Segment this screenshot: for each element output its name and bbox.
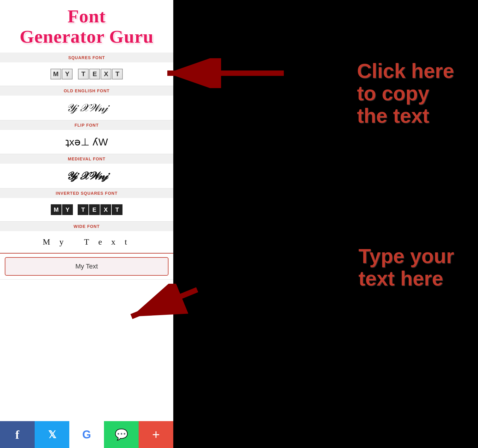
- inv-sq-char: T: [78, 204, 88, 215]
- old-english-text: 𝒴𝒿 𝒳𝒲𝓃𝒿: [66, 102, 108, 114]
- input-area: [0, 253, 173, 280]
- medieval-font-display[interactable]: 𝒴𝒿 𝒳𝒲𝓃𝒿: [0, 164, 173, 188]
- old-english-font-section: OLD ENGLISH FONT 𝒴𝒿 𝒳𝒲𝓃𝒿: [0, 86, 173, 120]
- flip-font-section: FLIP FONT ʇxǝ⊥ ʎW: [0, 120, 173, 154]
- flip-text: ʇxǝ⊥ ʎW: [65, 136, 108, 148]
- medieval-font-label: MEDIEVAL FONT: [0, 154, 173, 164]
- google-button[interactable]: G: [69, 421, 104, 448]
- old-english-font-label: OLD ENGLISH FONT: [0, 86, 173, 96]
- inverted-squares-font-section: INVERTED SQUARES FONT MYTEXT: [0, 188, 173, 222]
- whatsapp-icon: 💬: [115, 428, 128, 441]
- sq-char: X: [101, 69, 111, 79]
- type-here-text: Type yourtext here: [358, 245, 454, 290]
- squares-font-section: SQUARES FONT MYTEXT: [0, 53, 173, 86]
- click-here-annotation: Click hereto copythe text: [357, 60, 454, 127]
- inv-sq-char: X: [100, 204, 111, 215]
- text-input[interactable]: [5, 257, 168, 276]
- wide-font-display[interactable]: M y T e x t: [0, 231, 173, 253]
- more-icon: +: [152, 427, 160, 442]
- type-here-annotation: Type yourtext here: [358, 245, 454, 290]
- sq-char: T: [112, 69, 123, 79]
- google-icon: G: [82, 428, 91, 441]
- inv-sq-char: M: [51, 204, 62, 215]
- old-english-font-display[interactable]: 𝒴𝒿 𝒳𝒲𝓃𝒿: [0, 96, 173, 120]
- whatsapp-button[interactable]: 💬: [104, 421, 139, 448]
- type-here-arrow: [125, 284, 203, 323]
- inverted-squares-font-display[interactable]: MYTEXT: [0, 198, 173, 221]
- svg-line-3: [131, 290, 197, 317]
- logo-area: Font Generator Guru: [0, 0, 173, 53]
- squares-font-display[interactable]: MYTEXT: [0, 62, 173, 86]
- social-bar: f 𝕏 G 💬 +: [0, 421, 173, 448]
- wide-font-section: WIDE FONT M y T e x t: [0, 222, 173, 253]
- inv-sq-char: E: [89, 204, 100, 215]
- sq-char: M: [50, 69, 61, 79]
- app-logo: Font Generator Guru: [6, 6, 167, 47]
- flip-font-label: FLIP FONT: [0, 120, 173, 130]
- inverted-squares-font-label: INVERTED SQUARES FONT: [0, 188, 173, 198]
- squares-font-label: SQUARES FONT: [0, 53, 173, 62]
- twitter-button[interactable]: 𝕏: [35, 421, 69, 448]
- facebook-button[interactable]: f: [0, 421, 35, 448]
- more-button[interactable]: +: [139, 421, 173, 448]
- wide-text: M y T e x t: [43, 237, 131, 247]
- sq-char: Y: [62, 69, 73, 79]
- facebook-icon: f: [15, 428, 19, 442]
- medieval-text: 𝒴𝒿 𝒳𝒲𝓃𝒿: [66, 170, 108, 182]
- click-here-arrow: [161, 58, 287, 88]
- inv-sq-char: Y: [62, 204, 73, 215]
- medieval-font-section: MEDIEVAL FONT 𝒴𝒿 𝒳𝒲𝓃𝒿: [0, 154, 173, 188]
- click-here-text: Click hereto copythe text: [357, 59, 454, 127]
- twitter-icon: 𝕏: [48, 429, 56, 441]
- flip-font-display[interactable]: ʇxǝ⊥ ʎW: [0, 130, 173, 154]
- sq-char: T: [78, 69, 89, 79]
- sq-char: E: [89, 69, 100, 79]
- left-panel: Font Generator Guru SQUARES FONT MYTEXT …: [0, 0, 173, 448]
- wide-font-label: WIDE FONT: [0, 222, 173, 231]
- inv-sq-char: T: [112, 204, 122, 215]
